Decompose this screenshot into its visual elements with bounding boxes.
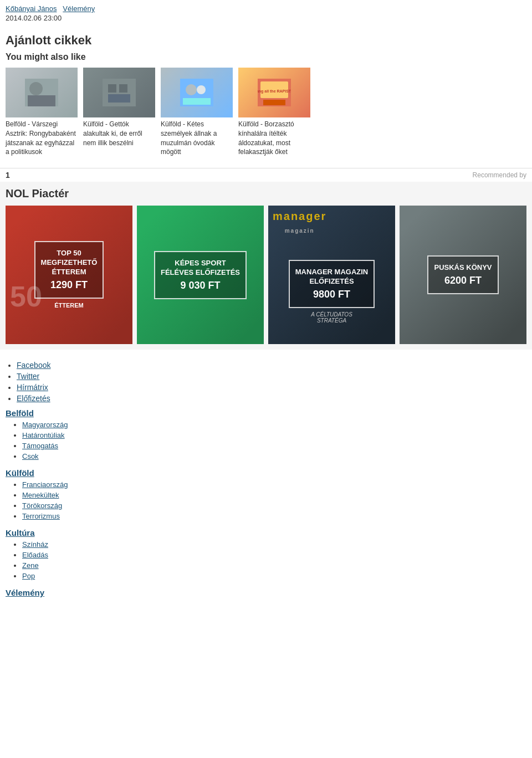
menekueltek-link[interactable]: Menekültek xyxy=(22,491,59,499)
hirmatrix-link[interactable]: Hírmátrix xyxy=(17,383,48,392)
elofizetes-link[interactable]: Előfizetés xyxy=(17,394,50,403)
pagination-area: 1 Recommended by xyxy=(0,168,532,182)
franciaorszag-link[interactable]: Franciaország xyxy=(22,480,68,489)
article-card[interactable]: Külföld - Gettók alakultak ki, de erről … xyxy=(83,68,155,157)
pop-link[interactable]: Pop xyxy=(22,572,35,580)
piacter-grid: 50 TOP 50MEGFIZETHETŐÉTTEREM 1290 FT ÉTT… xyxy=(6,206,526,344)
piacter-card-label: TOP 50MEGFIZETHETŐÉTTEREM xyxy=(41,249,98,277)
belfold-nav-link[interactable]: Belföld xyxy=(6,408,34,418)
footer-link-list: Facebook Twitter Hírmátrix Előfizetés xyxy=(6,361,526,403)
piacter-card-sub: ÉTTEREM xyxy=(54,302,84,309)
footer-link-item: Twitter xyxy=(17,372,526,381)
article-thumbnail: Hang all the RAPISTS! xyxy=(238,68,310,117)
section-title: Ajánlott cikkek xyxy=(6,33,526,48)
twitter-link[interactable]: Twitter xyxy=(17,372,39,381)
tamogatas-link[interactable]: Támogatás xyxy=(22,442,58,450)
article-title: Külföld - Gettók alakultak ki, de erről … xyxy=(83,120,155,147)
svg-rect-14 xyxy=(263,100,285,105)
footer-link-item: Facebook xyxy=(17,361,526,370)
piacter-card-box: MANAGER MAGAZINELŐFIZETÉS 9800 FT xyxy=(289,260,375,308)
page-number: 1 xyxy=(6,171,10,180)
nav-section-kultura: Kultúra Színház Előadás Zene Pop xyxy=(6,528,526,580)
article-card[interactable]: Külföld - Kétes személyek állnak a muzul… xyxy=(161,68,233,157)
piacter-card-label: KÉPES SPORTFÉLÉVES ELŐFIZETÉS xyxy=(161,259,240,278)
piacter-card-box: TOP 50MEGFIZETHETŐÉTTEREM 1290 FT xyxy=(34,241,104,299)
belfold-nav-list: Magyarország Határontúliak Támogatás Cso… xyxy=(6,420,526,460)
author-links: Kőbányai János Vélemény xyxy=(6,4,526,13)
article-title: Belföld - Várszegi Asztrik: Rongybabakén… xyxy=(6,120,78,157)
svg-text:Hang all the RAPISTS!: Hang all the RAPISTS! xyxy=(258,89,291,94)
velemeny-nav-link[interactable]: Vélemény xyxy=(6,588,44,597)
opinion-link[interactable]: Vélemény xyxy=(63,4,95,13)
piacter-card-tagline: A CÉLTUDATOSSTRATÉGA xyxy=(311,311,352,324)
svg-point-1 xyxy=(29,82,43,95)
article-card[interactable]: Belföld - Várszegi Asztrik: Rongybabakén… xyxy=(6,68,78,157)
header: Kőbányai János Vélemény 2014.02.06 23:00 xyxy=(0,0,532,24)
szinhaz-link[interactable]: Színház xyxy=(22,540,48,549)
article-thumbnail xyxy=(6,68,78,117)
nav-section-kulfold: Külföld Franciaország Menekültek Törökor… xyxy=(6,468,526,520)
magyarorszag-link[interactable]: Magyarország xyxy=(22,421,68,429)
nav-section-title: Vélemény xyxy=(6,588,526,597)
svg-rect-10 xyxy=(183,98,211,105)
manager-brand: managermagazin xyxy=(273,210,326,235)
article-date: 2014.02.06 23:00 xyxy=(6,14,526,22)
kulfold-nav-list: Franciaország Menekültek Törökország Ter… xyxy=(6,480,526,520)
torokorszag-link[interactable]: Törökország xyxy=(22,501,62,510)
you-might-label: You might also like xyxy=(6,52,526,62)
piacter-card-overlay: PUSKÁS KÖNYV 6200 FT xyxy=(400,206,526,344)
footer-links: Facebook Twitter Hírmátrix Előfizetés Be… xyxy=(0,355,532,616)
svg-point-9 xyxy=(197,85,206,94)
article-title: Külföld - Borzasztó kínhalálra ítélték á… xyxy=(238,120,310,157)
article-card[interactable]: Hang all the RAPISTS! Külföld - Borzaszt… xyxy=(238,68,310,157)
kulfold-nav-link[interactable]: Külföld xyxy=(6,468,34,478)
piacter-card-label: MANAGER MAGAZINELŐFIZETÉS xyxy=(295,268,368,286)
csok-link[interactable]: Csok xyxy=(22,452,39,460)
kultura-nav-list: Színház Előadás Zene Pop xyxy=(6,540,526,580)
svg-point-8 xyxy=(186,84,197,95)
terrorizmus-link[interactable]: Terrorizmus xyxy=(22,512,60,520)
piacter-card-price: 9 030 FT xyxy=(161,280,240,291)
piacter-card-overlay: 50 TOP 50MEGFIZETHETŐÉTTEREM 1290 FT ÉTT… xyxy=(6,206,132,344)
piacter-card-overlay: KÉPES SPORTFÉLÉVES ELŐFIZETÉS 9 030 FT xyxy=(137,206,264,344)
recommended-by: Recommended by xyxy=(473,171,526,179)
piacter-title: NOL Piactér xyxy=(6,187,526,200)
piacter-card-price: 9800 FT xyxy=(295,289,368,300)
piacter-card-top50[interactable]: 50 TOP 50MEGFIZETHETŐÉTTEREM 1290 FT ÉTT… xyxy=(6,206,132,344)
piacter-card-label: PUSKÁS KÖNYV xyxy=(434,263,492,273)
article-thumbnail xyxy=(161,68,233,117)
nav-section-title: Belföld xyxy=(6,408,526,418)
nav-section-belfold: Belföld Magyarország Határontúliak Támog… xyxy=(6,408,526,460)
piacter-card-sport[interactable]: KÉPES SPORTFÉLÉVES ELŐFIZETÉS 9 030 FT xyxy=(137,206,264,344)
nav-section-title: Külföld xyxy=(6,468,526,478)
article-title: Külföld - Kétes személyek állnak a muzul… xyxy=(161,120,233,157)
svg-rect-4 xyxy=(108,84,116,93)
footer-link-item: Hírmátrix xyxy=(17,383,526,392)
svg-rect-2 xyxy=(28,95,55,106)
piacter-card-price: 6200 FT xyxy=(434,275,492,286)
piacter-card-puskas[interactable]: PUSKÁS KÖNYV 6200 FT xyxy=(400,206,526,344)
facebook-link[interactable]: Facebook xyxy=(17,361,50,370)
piacter-card-price: 1290 FT xyxy=(41,279,98,291)
footer-link-item: Előfizetés xyxy=(17,394,526,403)
piacter-card-overlay: managermagazin MANAGER MAGAZINELŐFIZETÉS… xyxy=(268,206,395,344)
svg-rect-6 xyxy=(108,94,130,103)
piacter-section: NOL Piactér 50 TOP 50MEGFIZETHETŐÉTTEREM… xyxy=(0,182,532,350)
article-thumbnail xyxy=(83,68,155,117)
svg-rect-5 xyxy=(119,84,127,93)
piacter-card-manager[interactable]: managermagazin MANAGER MAGAZINELŐFIZETÉS… xyxy=(268,206,395,344)
nav-section-title: Kultúra xyxy=(6,528,526,537)
kultura-nav-link[interactable]: Kultúra xyxy=(6,528,35,537)
zene-link[interactable]: Zene xyxy=(22,561,39,570)
piacter-card-box: PUSKÁS KÖNYV 6200 FT xyxy=(427,255,498,294)
author-link[interactable]: Kőbányai János xyxy=(6,4,57,13)
eloadas-link[interactable]: Előadás xyxy=(22,551,48,559)
piacter-card-box: KÉPES SPORTFÉLÉVES ELŐFIZETÉS 9 030 FT xyxy=(154,251,247,299)
nav-section-velemeny: Vélemény xyxy=(6,588,526,597)
articles-grid: Belföld - Várszegi Asztrik: Rongybabakén… xyxy=(0,68,532,168)
hatarontuliak-link[interactable]: Határontúliak xyxy=(22,431,65,439)
